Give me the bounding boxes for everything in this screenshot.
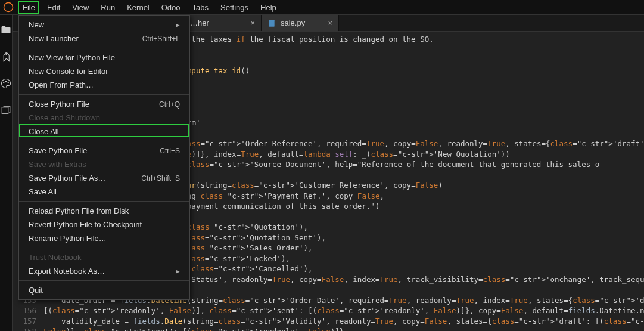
menu-item-shortcut: Ctrl+Q <box>159 100 180 109</box>
menu-view[interactable]: View <box>66 1 95 14</box>
menu-odoo[interactable]: Odoo <box>155 1 186 14</box>
menu-separator <box>19 48 189 48</box>
menu-item-label: Save with Extras <box>29 160 86 169</box>
tab-close-icon[interactable]: × <box>328 18 332 27</box>
menu-item-label: Close Python File <box>29 100 89 109</box>
menu-tabs[interactable]: Tabs <box>186 1 214 14</box>
running-icon[interactable] <box>0 51 12 63</box>
python-file-icon <box>267 19 276 27</box>
tab-label: sale.py <box>281 18 305 27</box>
menu-item-new-launcher[interactable]: New LauncherCtrl+Shift+L <box>19 32 189 45</box>
menu-item-new-console-for-editor[interactable]: New Console for Editor <box>19 64 189 78</box>
menu-item-label: Save Python File <box>29 146 87 155</box>
svg-point-2 <box>3 82 4 83</box>
menu-item-label: Open From Path… <box>29 81 94 89</box>
menu-item-label: New View for Python File <box>29 53 115 62</box>
menu-item-label: Rename Python File… <box>29 234 107 243</box>
menu-separator <box>19 248 189 248</box>
menu-separator <box>19 201 189 202</box>
palette-icon[interactable] <box>0 78 12 89</box>
menu-item-reload-python-file-from-disk[interactable]: Reload Python File from Disk <box>19 204 189 218</box>
activity-bar <box>0 15 13 331</box>
menu-item-label: Close All <box>29 127 59 136</box>
menu-item-close-python-file[interactable]: Close Python FileCtrl+Q <box>19 97 189 111</box>
svg-rect-5 <box>2 107 8 114</box>
menu-item-label: Quit <box>29 286 43 295</box>
menu-item-label: Revert Python File to Checkpoint <box>29 220 142 229</box>
menu-item-open-from-path[interactable]: Open From Path… <box>19 78 189 92</box>
tabs-icon[interactable] <box>0 104 12 116</box>
tab-her[interactable]: …her× <box>184 15 262 31</box>
jupyter-logo <box>2 1 14 13</box>
svg-point-4 <box>8 82 9 83</box>
tab-salepy[interactable]: sale.py× <box>262 15 339 31</box>
svg-rect-6 <box>269 20 274 27</box>
submenu-arrow-icon: ▸ <box>176 267 180 276</box>
menu-item-shortcut: Ctrl+S <box>160 147 180 155</box>
menu-item-label: Save All <box>29 187 57 196</box>
menu-item-revert-python-file-to-checkpoint[interactable]: Revert Python File to Checkpoint <box>19 218 189 231</box>
menu-item-close-all[interactable]: Close All <box>19 125 189 138</box>
menu-edit[interactable]: Edit <box>41 1 66 14</box>
menu-help[interactable]: Help <box>254 1 282 14</box>
menu-item-label: Reload Python File from Disk <box>29 206 129 215</box>
svg-point-3 <box>5 81 7 82</box>
menu-item-close-and-shutdown: Close and Shutdown <box>19 111 189 125</box>
menu-item-label: Close and Shutdown <box>29 113 100 122</box>
menu-item-trust-notebook: Trust Notebook <box>19 250 189 264</box>
tab-label: …her <box>190 18 209 27</box>
menu-item-quit[interactable]: Quit <box>19 283 189 297</box>
menu-item-shortcut: Ctrl+Shift+S <box>141 174 180 182</box>
menu-run[interactable]: Run <box>95 1 121 14</box>
menu-item-rename-python-file[interactable]: Rename Python File… <box>19 231 189 245</box>
submenu-arrow-icon: ▸ <box>176 20 180 29</box>
menu-separator <box>19 141 189 141</box>
menu-item-new-view-for-python-file[interactable]: New View for Python File <box>19 51 189 64</box>
menu-item-save-with-extras: Save with Extras <box>19 157 189 171</box>
menu-item-save-all[interactable]: Save All <box>19 185 189 199</box>
tab-close-icon[interactable]: × <box>250 18 255 27</box>
menu-item-new[interactable]: New▸ <box>19 18 189 32</box>
svg-point-0 <box>4 3 13 12</box>
menu-settings[interactable]: Settings <box>214 1 254 14</box>
menu-item-label: New <box>29 20 44 29</box>
menu-kernel[interactable]: Kernel <box>121 1 155 14</box>
menu-item-label: New Console for Editor <box>29 67 108 76</box>
menu-item-label: New Launcher <box>29 34 79 43</box>
top-menu-bar: FileEditViewRunKernelOdooTabsSettingsHel… <box>0 0 644 15</box>
menu-item-save-python-file[interactable]: Save Python FileCtrl+S <box>19 144 189 157</box>
menu-item-export-notebook-as[interactable]: Export Notebook As…▸ <box>19 264 189 278</box>
menu-item-label: Export Notebook As… <box>29 267 105 276</box>
folder-icon[interactable] <box>0 24 12 36</box>
menu-file[interactable]: File <box>17 1 41 14</box>
menu-item-label: Trust Notebook <box>29 253 81 262</box>
file-menu-dropdown: New▸New LauncherCtrl+Shift+LNew View for… <box>18 15 190 300</box>
menu-item-shortcut: Ctrl+Shift+L <box>142 35 180 43</box>
svg-point-1 <box>5 53 7 55</box>
menu-item-label: Save Python File As… <box>29 174 105 182</box>
menu-item-save-python-file-as[interactable]: Save Python File As…Ctrl+Shift+S <box>19 171 189 185</box>
menu-separator <box>19 94 189 95</box>
menu-separator <box>19 280 189 281</box>
